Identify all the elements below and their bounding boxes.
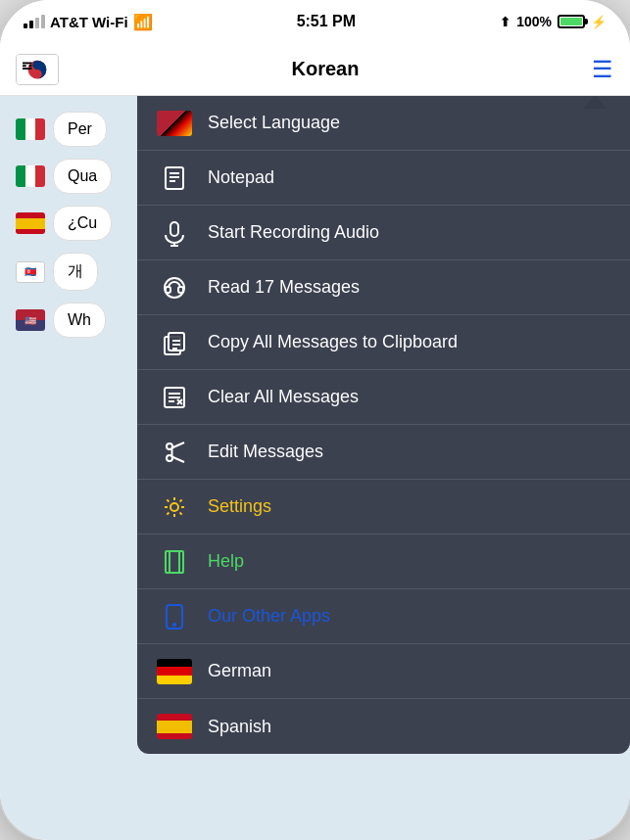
menu-item-select-language[interactable]: Select Language	[137, 96, 630, 151]
korean-flag-svg	[16, 55, 59, 84]
settings-label: Settings	[208, 496, 271, 517]
wifi-icon: 📶	[133, 13, 153, 31]
bubble-4: 개	[53, 253, 98, 291]
svg-rect-16	[178, 287, 183, 293]
notepad-label: Notepad	[208, 167, 274, 188]
status-right: ⬆ 100% ⚡	[500, 14, 606, 29]
edit-messages-label: Edit Messages	[208, 442, 323, 462]
clear-messages-label: Clear All Messages	[208, 387, 359, 407]
bubble-1: Per	[53, 112, 107, 147]
read-icon	[157, 270, 192, 305]
flag-spanish-icon	[157, 709, 192, 744]
flag-italy-1	[16, 118, 45, 140]
flag-spain	[16, 212, 45, 234]
notepad-icon	[157, 161, 192, 196]
flag-german-icon	[157, 654, 192, 689]
select-language-label: Select Language	[208, 113, 340, 133]
status-bar: AT&T Wi-Fi 📶 5:51 PM ⬆ 100% ⚡	[0, 0, 630, 43]
menu-item-start-recording[interactable]: Start Recording Audio	[137, 206, 630, 260]
menu-item-copy-messages[interactable]: Copy All Messages to Clipboard	[137, 315, 630, 370]
menu-item-other-apps[interactable]: Our Other Apps	[137, 589, 630, 644]
spanish-label: Spanish	[208, 717, 271, 737]
bubble-5: Wh	[53, 303, 106, 338]
menu-item-notepad[interactable]: Notepad	[137, 151, 630, 206]
svg-rect-2	[23, 62, 31, 64]
svg-line-30	[172, 443, 185, 448]
location-icon: ⬆	[500, 15, 510, 29]
nav-bar: Korean ☰	[0, 43, 630, 96]
svg-point-33	[170, 503, 178, 511]
flag-italy-2	[16, 165, 45, 187]
menu-item-clear-messages[interactable]: Clear All Messages	[137, 370, 630, 425]
main-content: Per Qua ¿Cu 🇰🇵 개 🇺🇸 Wh	[0, 96, 630, 840]
scissors-icon	[157, 435, 192, 470]
bubble-3: ¿Cu	[53, 206, 112, 241]
menu-item-read-messages[interactable]: Read 17 Messages	[137, 260, 630, 315]
battery-percent: 100%	[516, 14, 552, 29]
svg-line-31	[172, 456, 185, 462]
svg-rect-4	[29, 65, 32, 67]
svg-rect-5	[23, 68, 31, 70]
other-apps-label: Our Other Apps	[208, 606, 330, 627]
time-label: 5:51 PM	[297, 13, 356, 30]
menu-overlay: Select Language Notepad	[137, 96, 630, 840]
menu-item-german[interactable]: German	[137, 644, 630, 699]
svg-rect-11	[170, 222, 178, 236]
svg-rect-34	[166, 551, 179, 573]
status-left: AT&T Wi-Fi 📶	[24, 13, 153, 31]
copy-icon	[157, 325, 192, 360]
battery-icon	[557, 15, 585, 28]
tablet-icon	[157, 599, 192, 634]
start-recording-label: Start Recording Audio	[208, 222, 379, 243]
gear-icon	[157, 490, 192, 525]
menu-item-spanish[interactable]: Spanish	[137, 699, 630, 754]
svg-rect-15	[166, 287, 170, 293]
svg-rect-3	[23, 65, 26, 67]
svg-point-37	[173, 623, 175, 625]
hamburger-button[interactable]: ☰	[592, 58, 614, 81]
svg-rect-35	[170, 551, 183, 573]
flag-us: 🇺🇸	[16, 309, 45, 331]
help-label: Help	[208, 551, 244, 572]
signal-bars	[24, 15, 45, 28]
copy-messages-label: Copy All Messages to Clipboard	[208, 332, 458, 352]
dropdown-menu: Select Language Notepad	[137, 96, 630, 754]
charging-icon: ⚡	[591, 15, 606, 29]
mic-icon	[157, 215, 192, 251]
select-language-icon	[157, 106, 192, 141]
flag-korea-bubble: 🇰🇵	[16, 261, 45, 283]
menu-item-edit-messages[interactable]: Edit Messages	[137, 425, 630, 480]
menu-item-help[interactable]: Help	[137, 535, 630, 589]
phone-frame: AT&T Wi-Fi 📶 5:51 PM ⬆ 100% ⚡	[0, 0, 630, 840]
carrier-label: AT&T Wi-Fi	[50, 14, 128, 30]
read-messages-label: Read 17 Messages	[208, 277, 360, 298]
book-icon	[157, 544, 192, 580]
german-label: German	[208, 661, 271, 681]
nav-title: Korean	[292, 58, 360, 80]
bubble-2: Qua	[53, 159, 112, 194]
menu-item-settings[interactable]: Settings	[137, 480, 630, 535]
clear-icon	[157, 380, 192, 415]
nav-flag	[16, 54, 59, 85]
